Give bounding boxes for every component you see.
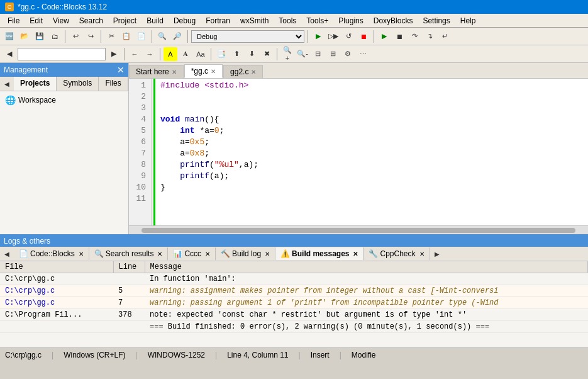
panel-tab-search-results[interactable]: 🔍 Search results ✕ (89, 247, 169, 260)
btn-next-bookmark[interactable]: ⬇ (245, 47, 258, 61)
menu-help[interactable]: Help (455, 15, 481, 26)
menu-settings[interactable]: Settings (418, 15, 455, 26)
btn-save[interactable]: 💾 (33, 30, 47, 43)
cppcheck-close[interactable]: ✕ (419, 251, 424, 257)
btn-zoom-out[interactable]: 🔍- (296, 47, 309, 61)
workspace-item[interactable]: 🌐 Workspace (3, 94, 126, 106)
btn-redo[interactable]: ↪ (84, 30, 97, 43)
btn-font-bold[interactable]: 𝐀 (179, 47, 192, 61)
btn-open[interactable]: 📂 (18, 30, 31, 43)
menu-build[interactable]: Build (141, 15, 169, 26)
nav-input[interactable] (18, 48, 106, 60)
btn-cut[interactable]: ✂ (104, 30, 118, 43)
status-mode: Insert (311, 351, 330, 359)
code-line-5: int *a=0; (160, 125, 583, 137)
tab-gg2-c[interactable]: gg2.c ✕ (223, 65, 263, 78)
menu-fortran[interactable]: Fortran (201, 15, 235, 26)
btn-undo[interactable]: ↩ (69, 30, 82, 43)
table-row[interactable]: C:\crp\gg.c 5 warning: assignment makes … (0, 285, 588, 297)
sidebar-close-icon[interactable]: ✕ (117, 65, 125, 75)
tab-start-close[interactable]: ✕ (172, 69, 177, 76)
table-row[interactable]: C:\crp\gg.c 7 warning: passing argument … (0, 297, 588, 309)
btn-case[interactable]: Aa (194, 47, 208, 61)
btn-find[interactable]: 🔍 (155, 30, 169, 43)
btn-copy[interactable]: 📋 (119, 30, 133, 43)
btn-build-run[interactable]: ▷▶ (326, 30, 340, 43)
tab-gg-close[interactable]: ✕ (211, 68, 216, 75)
menu-view[interactable]: View (48, 15, 74, 26)
btn-highlight[interactable]: A (164, 47, 177, 61)
code-line-4: void main(){ (160, 114, 583, 125)
menu-debug[interactable]: Debug (169, 15, 201, 26)
sidebar-tab-files[interactable]: Files (99, 77, 128, 91)
btn-nav-left[interactable]: ◀ (3, 47, 16, 61)
menu-wxsmith[interactable]: wxSmith (235, 15, 274, 26)
tab-gg2-close[interactable]: ✕ (251, 69, 256, 76)
btn-save-all[interactable]: 🗂 (48, 30, 62, 43)
panel-tab-build-log[interactable]: 🔨 Build log ✕ (216, 247, 275, 260)
tab-gg-c[interactable]: *gg.c ✕ (184, 64, 223, 78)
btn-debug-stop[interactable]: ⏹ (392, 30, 406, 43)
build-messages-close[interactable]: ✕ (353, 251, 358, 257)
panel-tab-codeblocks[interactable]: 📄 Code::Blocks ✕ (14, 247, 89, 260)
panel-content: File Line Message C:\crp\gg.c In functio… (0, 261, 588, 348)
table-row[interactable]: C:\crp\gg.c In function 'main': (0, 273, 588, 285)
menu-doxyblocks[interactable]: DoxyBlocks (369, 15, 418, 26)
btn-clear-bookmarks[interactable]: ✖ (260, 47, 274, 61)
panel-tab-cppcheck[interactable]: 🔧 CppCheck ✕ (363, 247, 430, 260)
btn-zoom-in[interactable]: 🔍+ (280, 47, 294, 61)
btn-more-tools[interactable]: ⚙ (341, 47, 355, 61)
sidebar-tab-projects[interactable]: Projects (14, 77, 57, 91)
btn-back[interactable]: ← (128, 47, 141, 61)
table-row[interactable]: === Build finished: 0 error(s), 2 warnin… (0, 321, 588, 333)
btn-forward[interactable]: → (143, 47, 157, 61)
sidebar-nav-left[interactable]: ◀ (0, 77, 14, 91)
sep1 (65, 30, 65, 43)
cccc-close[interactable]: ✕ (205, 251, 210, 257)
menu-edit[interactable]: Edit (25, 15, 48, 26)
btn-step-into[interactable]: ↴ (423, 30, 436, 43)
menu-tools[interactable]: Tools (274, 15, 301, 26)
btn-unfold-all[interactable]: ⊞ (326, 47, 340, 61)
btn-stop[interactable]: ⏹ (357, 30, 370, 43)
btn-run[interactable]: ▶ (311, 30, 325, 43)
btn-step-out[interactable]: ↵ (438, 30, 452, 43)
btn-bookmarks[interactable]: 📑 (214, 47, 228, 61)
app-icon: C (5, 3, 14, 11)
status-position: Line 4, Column 11 (227, 351, 288, 359)
panel-nav-left[interactable]: ◀ (0, 247, 14, 261)
codeblocks-tab-close[interactable]: ✕ (79, 251, 84, 257)
sidebar-tab-symbols[interactable]: Symbols (57, 77, 99, 91)
panel-tab-build-messages[interactable]: ⚠️ Build messages ✕ (275, 247, 363, 260)
workspace-icon: 🌐 (5, 95, 16, 105)
btn-extra[interactable]: ⋯ (356, 47, 370, 61)
h-scroll-thumb[interactable] (141, 228, 575, 233)
btn-paste[interactable]: 📄 (135, 30, 148, 43)
code-editor[interactable]: 1234567891011 #include <stdio.h> void ma… (129, 79, 588, 225)
cppcheck-icon: 🔧 (369, 249, 378, 258)
menu-tools-plus[interactable]: Tools+ (301, 15, 333, 26)
menu-search[interactable]: Search (74, 15, 108, 26)
panel-tab-cccc[interactable]: 📊 Cccc ✕ (168, 247, 216, 260)
bottom-panel: Logs & others ◀ 📄 Code::Blocks ✕ 🔍 Searc… (0, 234, 588, 348)
target-select[interactable]: Debug (191, 30, 304, 43)
btn-rebuild[interactable]: ↺ (341, 30, 355, 43)
tab-gg-label: *gg.c (191, 67, 208, 76)
btn-prev-bookmark[interactable]: ⬆ (230, 47, 243, 61)
table-row[interactable]: C:\Program Fil... 378 note: expected 'co… (0, 309, 588, 321)
tab-start-here[interactable]: Start here ✕ (129, 65, 184, 78)
code-content[interactable]: #include <stdio.h> void main(){ int *a=0… (155, 79, 588, 225)
search-results-close[interactable]: ✕ (157, 251, 162, 257)
build-log-close[interactable]: ✕ (265, 251, 270, 257)
btn-replace[interactable]: 🔎 (170, 30, 184, 43)
btn-nav-right[interactable]: ▶ (107, 47, 121, 61)
h-scrollbar[interactable] (129, 225, 588, 234)
panel-nav-right[interactable]: ▶ (430, 247, 444, 261)
menu-file[interactable]: File (3, 15, 25, 26)
menu-project[interactable]: Project (108, 15, 141, 26)
btn-new[interactable]: 🆕 (3, 30, 16, 43)
btn-fold-all[interactable]: ⊟ (311, 47, 325, 61)
btn-debug-start[interactable]: ▶ (377, 30, 391, 43)
menu-plugins[interactable]: Plugins (333, 15, 368, 26)
btn-step-next[interactable]: ↷ (408, 30, 421, 43)
